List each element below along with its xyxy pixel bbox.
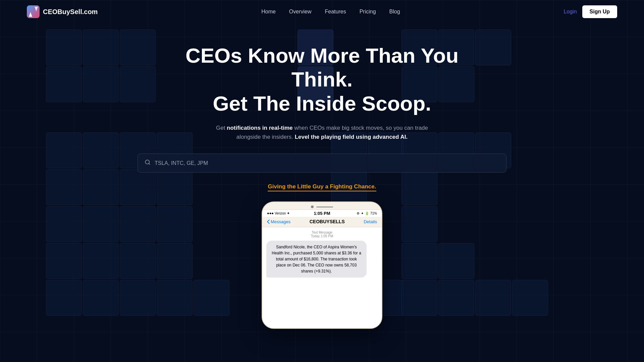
logo-text: CEOBuySell.com [43,8,98,16]
tagline: Giving the Little Guy a Fighting Chance. [268,183,376,191]
phone-mockup: ●●● Verizon ✦ 1:05 PM ⚙✦🔋71% Messages [262,201,382,329]
hero-subtitle-bold2: Level the playing field using advanced A… [295,134,408,140]
messages-details-link[interactable]: Details [364,219,377,224]
hero-title: CEOs Know More Than You Think. Get The I… [178,44,466,115]
phone-battery-area: ⚙✦🔋71% [357,212,377,215]
signup-button[interactable]: Sign Up [582,5,617,18]
nav-link-features[interactable]: Features [325,9,346,15]
message-timestamp: Text Message Today 1:05 PM [266,231,378,238]
logo[interactable]: CEOBuySell.com [27,5,98,18]
phone-battery-pct: 71% [370,212,377,215]
phone-mockup-container: ●●● Verizon ✦ 1:05 PM ⚙✦🔋71% Messages [262,201,382,329]
nav-links: Home Overview Features Pricing Blog [261,9,400,15]
phone-speaker [316,206,333,207]
logo-icon [27,5,40,18]
messages-back-button[interactable]: Messages [267,219,290,224]
messages-header: Messages CEOBUYSELLS Details [262,217,382,227]
search-placeholder: TSLA, INTC, GE, JPM [155,160,208,166]
hero-subtitle: Get notifications in real-time when CEOs… [215,123,429,141]
hero-subtitle-bold1: notifications in real-time [227,125,292,131]
nav-actions: Login Sign Up [564,5,617,18]
hero-title-line1: CEOs Know More Than You Think. [185,44,459,91]
phone-top [262,202,382,210]
hero-title-line2: Get The Inside Scoop. [213,92,431,115]
nav-link-blog[interactable]: Blog [389,9,400,15]
message-body: Text Message Today 1:05 PM Sandford Nico… [262,227,382,328]
hero-section: CEOs Know More Than You Think. Get The I… [0,23,644,329]
phone-camera [311,205,314,208]
nav-link-pricing[interactable]: Pricing [360,9,376,15]
search-bar[interactable]: TSLA, INTC, GE, JPM [138,154,506,173]
nav-link-overview[interactable]: Overview [289,9,312,15]
message-bubble: Sandford Nicole, the CEO of Aspira Women… [266,241,367,278]
phone-carrier: ●●● Verizon ✦ [267,211,290,216]
messages-contact-name: CEOBUYSELLS [310,219,345,224]
phone-status-bar: ●●● Verizon ✦ 1:05 PM ⚙✦🔋71% [262,210,382,217]
svg-line-1 [149,164,150,165]
login-button[interactable]: Login [564,9,577,15]
navbar: CEOBuySell.com Home Overview Features Pr… [0,0,644,23]
nav-link-home[interactable]: Home [261,9,276,15]
phone-time: 1:05 PM [314,211,330,216]
search-icon [145,159,151,167]
